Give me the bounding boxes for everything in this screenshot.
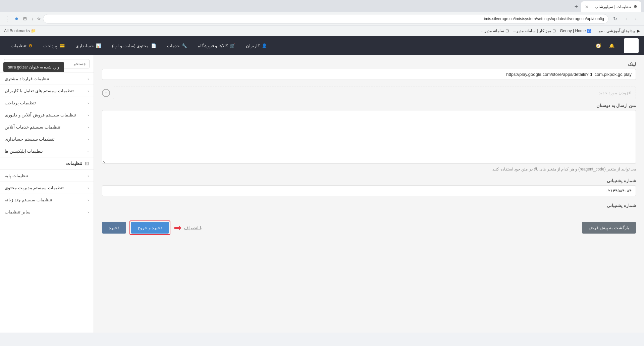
all-bookmarks-label[interactable]: 📁 All Bookmarks bbox=[4, 29, 36, 33]
sidebar-section-3: ‹ تنظیمات پرداخت bbox=[0, 97, 94, 109]
nav-users[interactable]: 👤 کاربران bbox=[240, 36, 272, 55]
bookmark-admin3[interactable]: ⊡ سامانه مدیر... bbox=[481, 29, 508, 33]
sidebar-settings-label: تنظیمات bbox=[66, 161, 82, 166]
sidebar-item-label: سایر تنظیمات bbox=[5, 209, 31, 214]
bell-button[interactable]: 🔔 bbox=[605, 39, 619, 52]
nav-settings-label: تنظیمات bbox=[11, 43, 26, 48]
save-button[interactable]: ذخیره bbox=[102, 222, 126, 234]
bookmark-videos-icon: ▶ bbox=[637, 29, 640, 33]
save-exit-button[interactable]: ذخیره و خروج bbox=[131, 222, 169, 234]
sidebar-item-label: تنظیمات سیستم حسابداری bbox=[5, 137, 55, 142]
sidebar-section-5: ‹ تنظیمات سیستم خدمات آنلاین bbox=[0, 121, 94, 133]
sidebar-item-customer-contract[interactable]: ‹ تنظیمات قرارداد مشتری bbox=[0, 73, 94, 85]
extensions-icon[interactable]: ⊞ bbox=[23, 16, 27, 21]
back-button[interactable]: ← bbox=[632, 14, 641, 23]
nav-content-label: محتوی (سایت و اپ) bbox=[112, 43, 149, 48]
tab-close-button[interactable]: ✕ bbox=[585, 4, 589, 9]
refresh-button[interactable]: ↻ bbox=[610, 14, 620, 23]
nav-buttons: ← → ↻ bbox=[610, 14, 641, 23]
bookmark-videos-label: ویدئوهای آموزشی - مو... bbox=[595, 29, 636, 33]
support-input[interactable] bbox=[102, 185, 636, 196]
sidebar-item-other[interactable]: ‹ سایر تنظیمات bbox=[0, 206, 94, 218]
forward-button[interactable]: → bbox=[621, 14, 631, 23]
sidebar-item-online-services[interactable]: ‹ تنظیمات سیستم خدمات آنلاین bbox=[0, 121, 94, 133]
chevron-icon: ‹ bbox=[88, 101, 89, 105]
bookmark-genny[interactable]: G Genny | Home bbox=[560, 29, 591, 33]
message-textarea[interactable] bbox=[102, 110, 636, 164]
sidebar-item-multilang[interactable]: ‹ تنظیمات سیستم چند زبانه bbox=[0, 194, 94, 206]
sidebar-section-6: ‹ تنظیمات سیستم حسابداری bbox=[0, 133, 94, 145]
link-label: لینک bbox=[102, 62, 636, 67]
nav-settings[interactable]: ⚙ تنظیمات bbox=[5, 36, 38, 55]
bookmark-admin3-label: سامانه مدیر... bbox=[481, 29, 504, 33]
bookmark-admin2-icon: ⊡ bbox=[552, 29, 556, 33]
profile-icon[interactable]: ● bbox=[15, 15, 18, 22]
bookmark-admin2[interactable]: ⊡ میز کار | سامانه مدیر... bbox=[513, 29, 556, 33]
settings-page-icon: ⊡ bbox=[85, 161, 89, 166]
bookmark-genny-icon: G bbox=[587, 29, 591, 33]
new-tab-button[interactable]: + bbox=[572, 2, 581, 11]
nav-accounting[interactable]: 📊 حسابداری bbox=[70, 36, 107, 55]
add-item-placeholder: افزودن مورد جدید bbox=[113, 87, 636, 99]
sidebar-item-label: تنظیمات پرداخت bbox=[5, 100, 36, 105]
sidebar-item-content-mgmt[interactable]: ‹ تنظیمات سیستم مدیریت محتوی bbox=[0, 182, 94, 194]
chevron-icon: ‹ bbox=[88, 198, 89, 202]
bottom-actions: بازگشت به پیش فرض با انصراف ➡ ذخیره و خر… bbox=[102, 215, 636, 235]
address-input[interactable]: imis.silverage.co/imis/system/settings/u… bbox=[43, 14, 608, 23]
top-nav: 🔔 🧭 👤 کاربران 🛒 کالاها و فروشگاه 🔧 خدمات… bbox=[0, 36, 644, 55]
sidebar-item-payment[interactable]: ‹ تنظیمات پرداخت bbox=[0, 97, 94, 109]
sidebar-item-label: تنظیمات سیستم مدیریت محتوی bbox=[5, 185, 64, 190]
sidebar-item-accounting[interactable]: ‹ تنظیمات سیستم حسابداری bbox=[0, 133, 94, 145]
bookmark-star-icon[interactable]: ☆ bbox=[37, 16, 41, 21]
nav-products[interactable]: 🛒 کالاها و فروشگاه bbox=[193, 36, 240, 55]
sidebar-section-10: ‹ تنظیمات سیستم چند زبانه bbox=[0, 194, 94, 206]
nav-payment[interactable]: 💳 پرداخت bbox=[38, 36, 70, 55]
content-area: لینک افزودن مورد جدید + متن ارسال به دوس… bbox=[94, 55, 644, 333]
reset-button[interactable]: بازگشت به پیش فرض bbox=[582, 222, 636, 234]
active-tab[interactable]: ⚙ تنظیمات | سیلورشاپ ✕ bbox=[581, 1, 641, 12]
sidebar-item-label: تنظیمات سیستم فروش آنلاین و دلیوری bbox=[5, 112, 76, 117]
nav-products-label: کالاها و فروشگاه bbox=[198, 43, 228, 48]
chevron-icon: ‹ bbox=[88, 113, 89, 117]
message-field-group: متن ارسال به دوستان می توانید از متغیر {… bbox=[102, 103, 636, 171]
user-tooltip: وارد شده به عنوان sara golzar bbox=[3, 62, 64, 72]
sidebar-item-apps[interactable]: ‹ تنظیمات اپلیکیشن ها bbox=[0, 145, 94, 157]
sidebar-item-base-settings[interactable]: ‹ تنظیمات پایه bbox=[0, 170, 94, 182]
sidebar-item-online-sales[interactable]: ‹ تنظیمات سیستم فروش آنلاین و دلیوری bbox=[0, 109, 94, 121]
chevron-icon: ‹ bbox=[88, 137, 89, 141]
bookmark-genny-label: Genny | Home bbox=[560, 29, 586, 33]
arrow-indicator: با انصراف ➡ bbox=[174, 222, 203, 233]
sidebar-section-8: ‹ تنظیمات پایه bbox=[0, 170, 94, 182]
cancel-button[interactable]: با انصراف bbox=[184, 225, 203, 230]
sidebar-item-user-interaction[interactable]: ‹ تنظیمات سیستم های تعامل با کاربران bbox=[0, 85, 94, 97]
menu-icon[interactable]: ⋮ bbox=[4, 15, 10, 22]
tab-favicon: ⚙ bbox=[634, 4, 637, 9]
sidebar: ‹ تنظیمات قرارداد مشتری ‹ تنظیمات سیستم … bbox=[0, 55, 94, 333]
nav-services[interactable]: 🔧 خدمات bbox=[162, 36, 193, 55]
nav-users-label: کاربران bbox=[246, 43, 260, 48]
bookmark-admin2-label: میز کار | سامانه مدیر... bbox=[513, 29, 551, 33]
sidebar-section-7: ‹ تنظیمات اپلیکیشن ها bbox=[0, 145, 94, 157]
hint-text: می توانید از متغیر {reagent_code} و هر ک… bbox=[102, 167, 636, 171]
products-icon: 🛒 bbox=[230, 43, 235, 48]
downloads-icon[interactable]: ↓ bbox=[32, 16, 34, 21]
support-label: شماره پشتیبانی bbox=[102, 178, 636, 183]
support2-label: شماره پشتیبانی bbox=[102, 203, 636, 208]
address-text: imis.silverage.co/imis/system/settings/u… bbox=[484, 16, 604, 21]
nav-payment-label: پرداخت bbox=[43, 43, 57, 48]
add-item-button[interactable]: + bbox=[102, 89, 110, 97]
sidebar-section-1: ‹ تنظیمات قرارداد مشتری bbox=[0, 73, 94, 85]
content-icon: 📄 bbox=[151, 43, 156, 48]
sidebar-item-label: تنظیمات پایه bbox=[5, 173, 28, 178]
services-icon: 🔧 bbox=[182, 43, 187, 48]
nav-content[interactable]: 📄 محتوی (سایت و اپ) bbox=[107, 36, 162, 55]
tooltip-text: وارد شده به عنوان sara golzar bbox=[8, 65, 59, 69]
bookmark-videos[interactable]: ▶ ویدئوهای آموزشی - مو... bbox=[595, 29, 640, 33]
chevron-icon: ‹ bbox=[88, 77, 89, 81]
compass-button[interactable]: 🧭 bbox=[592, 39, 605, 52]
support-field-group: شماره پشتیبانی bbox=[102, 178, 636, 196]
chevron-icon: ‹ bbox=[88, 174, 89, 178]
nav-accounting-label: حسابداری bbox=[75, 43, 94, 48]
site-logo bbox=[624, 38, 639, 53]
link-input[interactable] bbox=[102, 69, 636, 80]
